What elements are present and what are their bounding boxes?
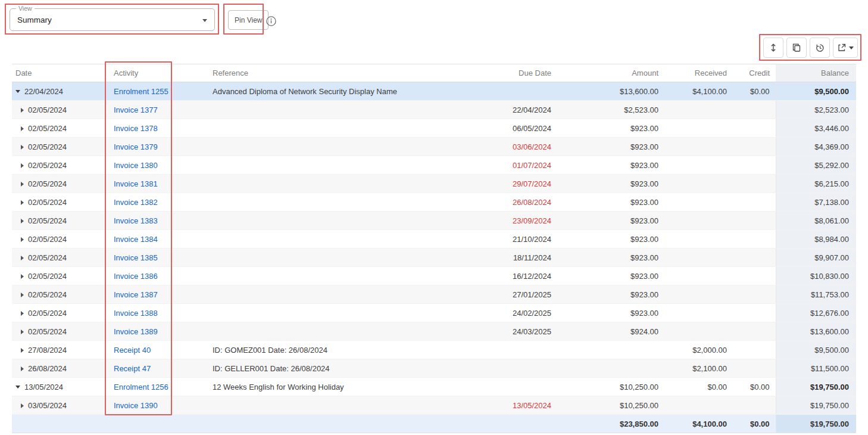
row-balance: $7,138.00 (776, 193, 856, 212)
table-row[interactable]: 02/05/2024Invoice 138226/08/2024$923.00$… (12, 193, 856, 212)
row-date-cell: Invoice 1388 (106, 304, 205, 322)
row-reference: ID: GOMEZ001 Date: 26/08/2024 (205, 341, 457, 359)
row-balance: $5,292.00 (776, 156, 856, 175)
table-row[interactable]: 02/05/2024Invoice 138323/09/2024$923.00$… (12, 212, 856, 230)
row-reference: Advanced Diploma of Network Security Dis… (205, 82, 457, 101)
row-balance: $12,676.00 (776, 304, 856, 322)
activity-link[interactable]: Enrolment 1255 (114, 87, 168, 96)
history-button[interactable] (810, 38, 830, 58)
expand-row-icon[interactable] (21, 126, 24, 131)
activity-link[interactable]: Invoice 1381 (114, 179, 158, 188)
history-icon (815, 43, 825, 53)
activity-link[interactable]: Enrolment 1256 (114, 383, 168, 392)
column-header-amount[interactable]: Amount (557, 64, 664, 82)
activity-link[interactable]: Invoice 1382 (114, 198, 158, 207)
row-date-cell: 26/08/2024 (12, 359, 106, 378)
expand-row-icon[interactable] (21, 403, 24, 408)
row-amount: $923.00 (557, 285, 664, 304)
collapse-row-icon[interactable] (15, 90, 20, 93)
row-date: 02/05/2024 (28, 124, 67, 133)
expand-row-icon[interactable] (21, 366, 24, 371)
table-row[interactable]: 02/05/2024Invoice 138824/02/2025$923.00$… (12, 304, 856, 322)
expand-row-icon[interactable] (21, 256, 24, 260)
column-header-credit[interactable]: Credit (733, 64, 776, 82)
row-balance: $11,500.00 (776, 359, 856, 378)
activity-link[interactable]: Invoice 1387 (114, 290, 158, 299)
table-row[interactable]: 22/04/2024Enrolment 1255Advanced Diploma… (12, 82, 856, 101)
expand-row-icon[interactable] (21, 145, 24, 150)
column-header-date[interactable]: Date (12, 64, 106, 82)
activity-link[interactable]: Receipt 40 (114, 346, 151, 355)
table-row[interactable]: 03/05/2024Invoice 139013/05/2024$10,250.… (12, 396, 856, 415)
table-row[interactable]: 13/05/2024Enrolment 125612 Weeks English… (12, 378, 856, 396)
expand-row-icon[interactable] (21, 108, 24, 113)
row-credit (733, 304, 776, 322)
column-header-reference[interactable]: Reference (205, 64, 457, 82)
table-row[interactable]: 02/05/2024Invoice 138518/11/2024$923.00$… (12, 248, 856, 267)
view-select[interactable]: View Summary (10, 8, 215, 31)
table-row[interactable]: 26/08/2024Receipt 47ID: GELLER001 Date: … (12, 359, 856, 378)
row-date: 13/05/2024 (24, 383, 63, 392)
column-header-balance[interactable]: Balance (776, 64, 856, 82)
table-row[interactable]: 02/05/2024Invoice 137806/05/2024$923.00$… (12, 119, 856, 138)
row-amount: $923.00 (557, 138, 664, 156)
activity-link[interactable]: Invoice 1379 (114, 142, 158, 151)
expand-row-icon[interactable] (21, 163, 24, 168)
expand-row-icon[interactable] (21, 200, 24, 205)
row-due-date: 26/08/2024 (457, 193, 557, 212)
expand-row-icon[interactable] (21, 219, 24, 223)
column-header-received[interactable]: Received (664, 64, 733, 82)
row-date-cell: 02/05/2024 (12, 267, 106, 285)
expand-collapse-all-button[interactable] (763, 38, 783, 58)
row-credit (733, 359, 776, 378)
pin-view-button[interactable]: Pin View (228, 10, 268, 30)
column-header-due-date[interactable]: Due Date (457, 64, 557, 82)
table-row[interactable]: 02/05/2024Invoice 137722/04/2024$2,523.0… (12, 101, 856, 119)
row-amount (557, 359, 664, 378)
activity-link[interactable]: Invoice 1389 (114, 327, 158, 336)
activity-link[interactable]: Invoice 1390 (114, 401, 158, 410)
activity-link[interactable]: Invoice 1380 (114, 161, 158, 170)
info-icon[interactable] (266, 15, 277, 27)
expand-row-icon[interactable] (21, 348, 24, 353)
row-amount (557, 341, 664, 359)
row-amount: $923.00 (557, 156, 664, 175)
row-due-date: 22/04/2024 (457, 101, 557, 119)
row-date-cell: 02/05/2024 (12, 248, 106, 267)
expand-row-icon[interactable] (21, 311, 24, 316)
activity-link[interactable]: Invoice 1377 (114, 105, 158, 114)
table-row[interactable]: 02/05/2024Invoice 138924/03/2025$924.00$… (12, 322, 856, 341)
collapse-row-icon[interactable] (15, 386, 20, 389)
row-amount: $13,600.00 (557, 82, 664, 101)
activity-link[interactable]: Invoice 1384 (114, 235, 158, 244)
table-row[interactable]: 02/05/2024Invoice 138129/07/2024$923.00$… (12, 175, 856, 193)
activity-link[interactable]: Invoice 1386 (114, 272, 158, 281)
row-due-date: 23/09/2024 (457, 212, 557, 230)
table-row[interactable]: 02/05/2024Invoice 137903/06/2024$923.00$… (12, 138, 856, 156)
expand-row-icon[interactable] (21, 274, 24, 279)
row-balance: $8,984.00 (776, 230, 856, 248)
table-row[interactable]: 02/05/2024Invoice 138616/12/2024$923.00$… (12, 267, 856, 285)
table-row[interactable]: 02/05/2024Invoice 138421/10/2024$923.00$… (12, 230, 856, 248)
activity-link[interactable]: Invoice 1378 (114, 124, 158, 133)
row-balance: $4,369.00 (776, 138, 856, 156)
expand-row-icon[interactable] (21, 293, 24, 297)
export-button[interactable] (833, 38, 858, 58)
expand-row-icon[interactable] (21, 330, 24, 334)
row-date-cell: 02/05/2024 (12, 322, 106, 341)
activity-link[interactable]: Invoice 1383 (114, 216, 158, 225)
column-header-activity[interactable]: Activity (106, 64, 205, 82)
copy-button[interactable] (786, 38, 807, 58)
table-row[interactable]: 27/08/2024Receipt 40ID: GOMEZ001 Date: 2… (12, 341, 856, 359)
totals-received: $4,100.00 (664, 415, 733, 433)
activity-link[interactable]: Invoice 1385 (114, 253, 158, 262)
activity-link[interactable]: Receipt 47 (114, 364, 151, 373)
row-amount: $923.00 (557, 248, 664, 267)
expand-row-icon[interactable] (21, 182, 24, 187)
expand-row-icon[interactable] (21, 237, 24, 242)
table-row[interactable]: 02/05/2024Invoice 138001/07/2024$923.00$… (12, 156, 856, 175)
table-row[interactable]: 02/05/2024Invoice 138727/01/2025$923.00$… (12, 285, 856, 304)
row-credit (733, 285, 776, 304)
row-date-cell: 27/08/2024 (12, 341, 106, 359)
activity-link[interactable]: Invoice 1388 (114, 309, 158, 318)
